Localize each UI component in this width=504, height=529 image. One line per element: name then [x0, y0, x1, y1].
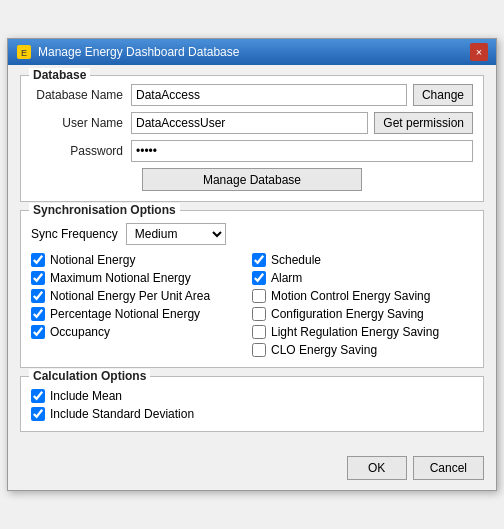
- list-item: Schedule: [252, 253, 473, 267]
- light-regulation-label: Light Regulation Energy Saving: [271, 325, 439, 339]
- username-label: User Name: [31, 116, 131, 130]
- notional-energy-label: Notional Energy: [50, 253, 135, 267]
- config-energy-checkbox[interactable]: [252, 307, 266, 321]
- svg-text:E: E: [21, 48, 27, 58]
- database-name-input[interactable]: [131, 84, 407, 106]
- occupancy-checkbox[interactable]: [31, 325, 45, 339]
- change-button[interactable]: Change: [413, 84, 473, 106]
- sync-frequency-row: Sync Frequency Low Medium High: [31, 223, 473, 245]
- list-item: Occupancy: [31, 325, 252, 339]
- occupancy-label: Occupancy: [50, 325, 110, 339]
- cancel-button[interactable]: Cancel: [413, 456, 484, 480]
- username-input[interactable]: [131, 112, 368, 134]
- schedule-label: Schedule: [271, 253, 321, 267]
- database-name-label: Database Name: [31, 88, 131, 102]
- ok-button[interactable]: OK: [347, 456, 407, 480]
- checkboxes-left: Notional Energy Maximum Notional Energy …: [31, 253, 252, 357]
- database-section-label: Database: [29, 68, 90, 82]
- include-std-dev-checkbox[interactable]: [31, 407, 45, 421]
- list-item: Alarm: [252, 271, 473, 285]
- list-item: Notional Energy Per Unit Area: [31, 289, 252, 303]
- checkboxes-container: Notional Energy Maximum Notional Energy …: [31, 253, 473, 357]
- get-permission-button[interactable]: Get permission: [374, 112, 473, 134]
- dialog: E Manage Energy Dashboard Database × Dat…: [7, 38, 497, 491]
- list-item: Percentage Notional Energy: [31, 307, 252, 321]
- max-notional-energy-checkbox[interactable]: [31, 271, 45, 285]
- dialog-body: Database Database Name Change User Name …: [8, 65, 496, 450]
- include-mean-checkbox[interactable]: [31, 389, 45, 403]
- title-bar: E Manage Energy Dashboard Database ×: [8, 39, 496, 65]
- notional-energy-checkbox[interactable]: [31, 253, 45, 267]
- pct-notional-checkbox[interactable]: [31, 307, 45, 321]
- synchronisation-section: Synchronisation Options Sync Frequency L…: [20, 210, 484, 368]
- motion-control-label: Motion Control Energy Saving: [271, 289, 430, 303]
- synchronisation-section-label: Synchronisation Options: [29, 203, 180, 217]
- clo-energy-checkbox[interactable]: [252, 343, 266, 357]
- password-label: Password: [31, 144, 131, 158]
- close-button[interactable]: ×: [470, 43, 488, 61]
- list-item: Light Regulation Energy Saving: [252, 325, 473, 339]
- title-bar-left: E Manage Energy Dashboard Database: [16, 44, 239, 60]
- list-item: Include Standard Deviation: [31, 407, 473, 421]
- list-item: Notional Energy: [31, 253, 252, 267]
- list-item: CLO Energy Saving: [252, 343, 473, 357]
- notional-per-unit-checkbox[interactable]: [31, 289, 45, 303]
- sync-frequency-label: Sync Frequency: [31, 227, 118, 241]
- include-std-dev-label: Include Standard Deviation: [50, 407, 194, 421]
- light-regulation-checkbox[interactable]: [252, 325, 266, 339]
- pct-notional-label: Percentage Notional Energy: [50, 307, 200, 321]
- list-item: Configuration Energy Saving: [252, 307, 473, 321]
- schedule-checkbox[interactable]: [252, 253, 266, 267]
- password-row: Password: [31, 140, 473, 162]
- username-row: User Name Get permission: [31, 112, 473, 134]
- manage-db-row: Manage Database: [31, 168, 473, 191]
- include-mean-label: Include Mean: [50, 389, 122, 403]
- alarm-checkbox[interactable]: [252, 271, 266, 285]
- notional-per-unit-label: Notional Energy Per Unit Area: [50, 289, 210, 303]
- title-text: Manage Energy Dashboard Database: [38, 45, 239, 59]
- checkboxes-right: Schedule Alarm Motion Control Energy Sav…: [252, 253, 473, 357]
- max-notional-energy-label: Maximum Notional Energy: [50, 271, 191, 285]
- clo-energy-label: CLO Energy Saving: [271, 343, 377, 357]
- sync-frequency-select[interactable]: Low Medium High: [126, 223, 226, 245]
- app-icon: E: [16, 44, 32, 60]
- calculation-section: Calculation Options Include Mean Include…: [20, 376, 484, 432]
- motion-control-checkbox[interactable]: [252, 289, 266, 303]
- list-item: Include Mean: [31, 389, 473, 403]
- database-section: Database Database Name Change User Name …: [20, 75, 484, 202]
- calculation-section-label: Calculation Options: [29, 369, 150, 383]
- dialog-footer: OK Cancel: [8, 450, 496, 490]
- alarm-label: Alarm: [271, 271, 302, 285]
- database-name-row: Database Name Change: [31, 84, 473, 106]
- list-item: Maximum Notional Energy: [31, 271, 252, 285]
- manage-database-button[interactable]: Manage Database: [142, 168, 362, 191]
- list-item: Motion Control Energy Saving: [252, 289, 473, 303]
- config-energy-label: Configuration Energy Saving: [271, 307, 424, 321]
- password-input[interactable]: [131, 140, 473, 162]
- calc-checkboxes: Include Mean Include Standard Deviation: [31, 389, 473, 421]
